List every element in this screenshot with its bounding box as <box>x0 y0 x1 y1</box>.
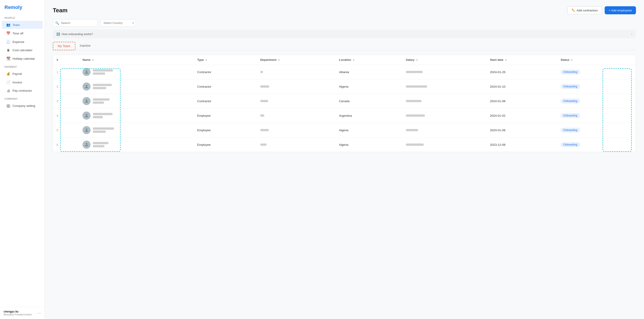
svg-point-4 <box>86 128 88 130</box>
cell-department <box>257 94 336 108</box>
cell-status: Onboarding <box>557 94 636 108</box>
add-employees-label: + Add employees <box>609 9 632 12</box>
cell-location: Algeria <box>336 79 402 94</box>
sidebar-item-expense[interactable]: 🧾 Expense <box>2 38 43 46</box>
sidebar-item-holiday-calendar[interactable]: 📆 Holiday calendar <box>2 54 43 62</box>
avatar <box>82 126 90 134</box>
header-actions: ✏️ Add contractors + Add employees <box>567 6 636 14</box>
info-banner-content: ℹ️ How onboarding works? <box>56 32 93 36</box>
tab-inactive[interactable]: Inactive <box>75 42 95 50</box>
sidebar-item-label: Time off <box>12 32 23 35</box>
sidebar-item-label: Expense <box>12 40 24 44</box>
sort-icon-name: ⇅ <box>92 59 94 61</box>
col-header-type[interactable]: Type ⇅ <box>194 55 257 65</box>
sidebar-item-company-setting[interactable]: 🏢 Company setting <box>2 102 43 110</box>
col-header-num: # <box>53 55 79 65</box>
country-select[interactable]: Select Country <box>100 19 136 26</box>
sidebar-item-label: Team <box>12 23 20 26</box>
search-wrap: 🔍 <box>53 19 98 26</box>
sidebar-user: chengyu liu Wonabuy Privated limited ··· <box>0 307 44 319</box>
cell-num: 5 <box>53 123 79 138</box>
sidebar-item-label: Invoice <box>12 81 22 84</box>
cell-start-date: 2024-01-10 <box>486 79 557 94</box>
country-select-wrap: Select Country ▾ <box>100 19 136 26</box>
cell-status: Onboarding <box>557 65 636 79</box>
table-row[interactable]: 4EmployeeArgentina2024-01-02Onboarding <box>53 108 636 123</box>
table-row[interactable]: 5EmployeeAlgeria2024-01-08Onboarding <box>53 123 636 138</box>
info-banner-chevron-icon: › <box>631 32 632 36</box>
table-header-row: # Name ⇅ Type ⇅ Department ⇅ Location ⇅ … <box>53 55 636 65</box>
cell-salary <box>402 79 486 94</box>
cell-start-date: 2023-12-08 <box>486 138 557 152</box>
sidebar-item-time-off[interactable]: 📅 Time off <box>2 29 43 37</box>
cell-name <box>79 138 194 152</box>
cell-type: Employee <box>194 123 257 138</box>
cell-salary <box>402 94 486 108</box>
col-header-salary[interactable]: Salary ⇅ <box>402 55 486 65</box>
cell-department <box>257 79 336 94</box>
col-header-status[interactable]: Status ⇅ <box>557 55 636 65</box>
col-header-start-date[interactable]: Start date ⇅ <box>486 55 557 65</box>
team-table-container: # Name ⇅ Type ⇅ Department ⇅ Location ⇅ … <box>53 55 636 152</box>
tab-my-team[interactable]: My Team <box>53 42 75 50</box>
cell-status: Onboarding <box>557 138 636 152</box>
search-input[interactable] <box>53 19 98 26</box>
svg-point-0 <box>86 70 88 72</box>
calendar-icon: 📆 <box>6 56 10 60</box>
user-more-button[interactable]: ··· <box>38 311 41 316</box>
company-icon: 🏢 <box>6 104 10 108</box>
invoice-icon: 📄 <box>6 80 10 84</box>
info-banner[interactable]: ℹ️ How onboarding works? › <box>53 30 636 38</box>
col-header-department[interactable]: Department ⇅ <box>257 55 336 65</box>
sort-icon-salary: ⇅ <box>416 59 418 61</box>
cell-num: 4 <box>53 108 79 123</box>
col-header-name[interactable]: Name ⇅ <box>79 55 194 65</box>
add-employees-button[interactable]: + Add employees <box>605 6 636 14</box>
cell-type: Employee <box>194 138 257 152</box>
sidebar-item-payroll[interactable]: 💰 Payroll <box>2 70 43 78</box>
page-title: Team <box>53 7 68 14</box>
cell-status: Onboarding <box>557 108 636 123</box>
cell-num: 6 <box>53 138 79 152</box>
filters-row: 🔍 Select Country ▾ <box>53 19 636 26</box>
table-row[interactable]: 3ContractorCanada2024-01-08Onboarding <box>53 94 636 108</box>
search-icon: 🔍 <box>55 21 59 25</box>
team-icon: 👥 <box>6 23 10 27</box>
sort-icon-status: ⇅ <box>571 59 573 61</box>
status-badge: Onboarding <box>560 84 580 89</box>
calculator-icon: 🖩 <box>6 48 10 52</box>
add-contractors-button[interactable]: ✏️ Add contractors <box>567 6 602 14</box>
sidebar-item-invoice[interactable]: 📄 Invoice <box>2 78 43 86</box>
cell-name <box>79 108 194 123</box>
tabs-row: My Team Inactive <box>53 42 636 50</box>
col-header-location[interactable]: Location ⇅ <box>336 55 402 65</box>
svg-point-1 <box>86 85 88 86</box>
sort-icon-start: ⇅ <box>505 59 507 61</box>
sidebar-item-team[interactable]: 👥 Team <box>2 21 43 29</box>
status-badge: Onboarding <box>560 128 580 132</box>
cell-salary <box>402 138 486 152</box>
cell-start-date: 2024-01-26 <box>486 65 557 79</box>
avatar <box>82 97 90 105</box>
status-badge: Onboarding <box>560 142 580 147</box>
table-row[interactable]: 6EmployeeAlgeria2023-12-08Onboarding <box>53 138 636 152</box>
user-company: Wonabuy Privated limited <box>4 313 32 316</box>
app-logo[interactable]: Remoly <box>0 0 44 14</box>
table-row[interactable]: 2ContractorAlgeria2024-01-10Onboarding <box>53 79 636 94</box>
cell-department <box>257 138 336 152</box>
sidebar-item-pay-contractor[interactable]: 🖨 Pay contractor <box>2 87 43 94</box>
cell-location: Algeria <box>336 138 402 152</box>
sort-icon-type: ⇅ <box>205 59 207 61</box>
cell-num: 3 <box>53 94 79 108</box>
avatar <box>82 112 90 120</box>
cell-salary <box>402 123 486 138</box>
section-label-people: PEOPLE <box>0 14 44 20</box>
cell-name <box>79 94 194 108</box>
sort-icon-loc: ⇅ <box>353 59 354 61</box>
payroll-icon: 💰 <box>6 72 10 76</box>
table-row[interactable]: 1ContractorAlbania2024-01-26Onboarding <box>53 65 636 79</box>
cell-type: Contractor <box>194 65 257 79</box>
cell-name <box>79 65 194 79</box>
avatar <box>82 82 90 90</box>
sidebar-item-cost-calculator[interactable]: 🖩 Cost calculator <box>2 46 43 54</box>
